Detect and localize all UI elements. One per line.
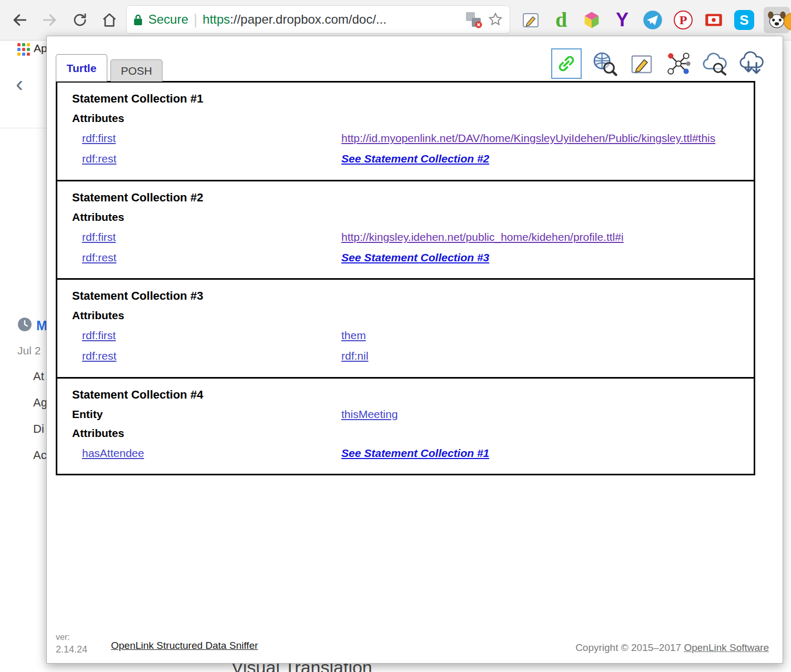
section-title: Statement Collection #2 [72,191,748,205]
value-ref-link[interactable]: them [341,328,366,342]
entity-link[interactable]: thisMeeting [341,408,398,421]
attribute-link[interactable]: rdf:first [82,131,116,145]
vendor-link[interactable]: OpenLink Software [684,642,769,653]
yahoo-extension-icon[interactable]: Y [611,8,633,32]
tab-posh[interactable]: POSH [110,59,163,82]
screen: ‹ M Jul 2 At Ag Di Ac Visual Translation [0,0,791,672]
cloud-search-tool-button[interactable] [702,50,729,77]
attribute-link[interactable]: rdf:rest [82,250,116,264]
notes-edit-extension-icon[interactable] [520,8,542,32]
statement-collection-1: Statement Collection #1 Attributes rdf:f… [56,81,755,181]
attribute-row: rdf:rest See Statement Collection #2 [57,151,748,166]
see-collection-link[interactable]: See Statement Collection #3 [341,250,489,264]
forward-button[interactable] [40,11,59,29]
statement-collection-3: Statement Collection #3 Attributes rdf:f… [56,280,755,379]
graph-tool-button[interactable] [665,50,692,77]
see-collection-link[interactable]: See Statement Collection #1 [341,446,489,460]
attributes-heading: Attributes [72,112,748,125]
attributes-heading: Attributes [72,427,748,440]
clock-icon [17,317,32,334]
collections-table: Statement Collection #1 Attributes rdf:f… [56,81,755,475]
attributes-heading: Attributes [72,211,748,223]
link-tool-button[interactable] [551,48,582,79]
value-uri-link[interactable]: http://id.myopenlink.net/DAV/home/Kingsl… [341,131,748,145]
extension-popup: Turtle POSH Statement Col [46,36,783,664]
popup-footer: ver: 2.14.24 OpenLink Structured Data Sn… [56,633,769,658]
apps-grid-icon[interactable] [17,43,30,56]
dropbox-paper-glyph: d [555,9,567,30]
attribute-link[interactable]: rdf:rest [82,151,116,166]
value-ref-link[interactable]: rdf:nil [341,349,368,363]
translate-icon[interactable] [464,11,482,28]
bookmark-star-icon[interactable] [488,12,503,27]
attribute-link[interactable]: rdf:first [82,230,116,244]
address-bar[interactable]: Secure | https://paper.dropbox.com/doc/.… [126,5,510,34]
yahoo-glyph: Y [616,11,628,29]
value-uri-link[interactable]: http://kingsley.idehen.net/public_home/k… [341,230,748,244]
copyright-text: Copyright © 2015–2017 OpenLink Software [575,642,769,654]
outline-item: Ac [33,449,47,462]
see-collection-link[interactable]: See Statement Collection #2 [341,151,489,166]
browser-toolbar: Secure | https://paper.dropbox.com/doc/.… [0,0,791,40]
outline-item: At [33,370,44,383]
back-chevron-button[interactable]: ‹ [16,73,23,95]
entity-heading: Entity [72,408,341,421]
popup-toolbar [551,48,766,79]
section-title: Statement Collection #4 [72,388,748,402]
pinterest-badge: P [674,11,693,29]
version-label: ver: [56,633,70,642]
section-title: Statement Collection #1 [72,92,748,106]
copyright-years: Copyright © 2015–2017 [575,642,681,653]
telegram-extension-icon[interactable] [642,8,664,32]
lock-icon [133,13,143,26]
url-text: https://paper.dropbox.com/doc/... [202,12,459,27]
outline-item: Ag [33,396,47,410]
statement-collection-2: Statement Collection #2 Attributes rdf:f… [56,181,755,280]
skype-extension-icon[interactable]: S [733,8,755,32]
outline-item: Di [33,422,44,436]
doc-date: Jul 2 [17,344,40,357]
entity-row: Entity thisMeeting [57,408,748,421]
home-button[interactable] [100,11,119,29]
doc-header: ‹ [0,58,46,128]
attribute-link[interactable]: hasAttendee [82,446,144,460]
statement-collection-4: Statement Collection #4 Entity thisMeeti… [56,379,755,475]
attribute-link[interactable]: rdf:rest [82,349,116,363]
extension-icons-row: d Y P S [520,6,790,34]
attribute-row: rdf:rest rdf:nil [57,349,748,363]
attributes-heading: Attributes [72,309,748,322]
edit-tool-button[interactable] [628,50,655,77]
version-number: 2.14.24 [56,644,87,655]
attribute-row: rdf:first http://id.myopenlink.net/DAV/h… [57,131,748,145]
attribute-row: hasAttendee See Statement Collection #1 [57,446,748,460]
discover-tool-button[interactable] [591,50,618,77]
reload-button[interactable] [70,11,89,29]
doc-title-initial: M [36,318,47,333]
skype-badge: S [734,10,754,30]
attribute-link[interactable]: rdf:first [82,328,116,342]
secure-label: Secure [148,12,188,27]
apps-label: Ap [34,42,47,55]
section-title: Statement Collection #3 [72,289,748,303]
attribute-row: rdf:first http://kingsley.idehen.net/pub… [57,230,748,244]
youtube-extension-icon[interactable] [703,8,725,32]
tab-turtle[interactable]: Turtle [56,54,107,82]
attribute-row: rdf:rest See Statement Collection #3 [57,250,748,264]
back-button[interactable] [11,11,29,29]
pinterest-extension-icon[interactable]: P [672,8,694,32]
attribute-row: rdf:first them [57,328,748,342]
address-divider: | [194,11,197,28]
cloud-download-tool-button[interactable] [738,50,766,77]
dropbox-paper-extension-icon[interactable]: d [550,8,572,32]
cube-extension-icon[interactable] [581,8,603,32]
product-link[interactable]: OpenLink Structured Data Sniffer [111,640,258,651]
